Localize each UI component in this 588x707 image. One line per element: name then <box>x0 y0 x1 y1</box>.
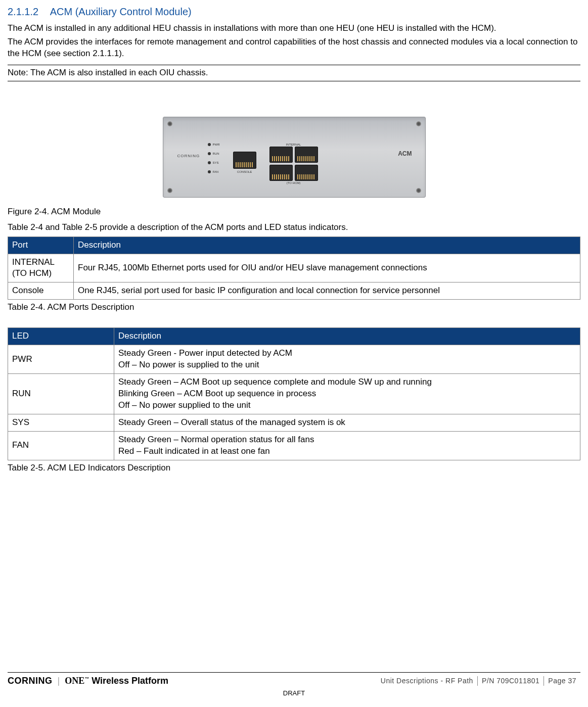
led-table-caption: Table 2-5. ACM LED Indicators Descriptio… <box>8 462 580 474</box>
ports-header-desc: Description <box>74 237 580 254</box>
led-table: LED Description PWR Steady Green - Power… <box>8 327 580 460</box>
device-console: CONSOLE <box>233 152 256 169</box>
paragraph-1: The ACM is installed in any additional H… <box>8 23 580 34</box>
figure-caption: Figure 2-4. ACM Module <box>8 206 580 218</box>
led-cell: SYS <box>8 414 114 431</box>
device-quad-ports: INTERNAL (TO HCM) <box>269 143 318 185</box>
ports-table: Port Description INTERNAL (TO HCM) Four … <box>8 237 580 300</box>
port-cell: Console <box>8 282 74 300</box>
device-acm-label: ACM <box>398 150 412 158</box>
led-cell: RUN <box>8 374 114 414</box>
inter-paragraph: Table 2-4 and Table 2-5 provide a descri… <box>8 222 580 233</box>
note-text: Note: The ACM is also installed in each … <box>8 68 208 77</box>
acm-figure: CORNING PWR RUN SYS FAN CONSOLE INTERNAL… <box>8 117 580 201</box>
section-heading: 2.1.1.2 ACM (Auxiliary Control Module) <box>8 5 580 19</box>
desc-cell: Steady Green – ACM Boot up sequence comp… <box>114 374 580 414</box>
table-row: RUN Steady Green – ACM Boot up sequence … <box>8 374 580 414</box>
desc-cell: One RJ45, serial port used for basic IP … <box>74 282 580 300</box>
section-title: ACM (Auxiliary Control Module) <box>50 6 192 17</box>
led-cell: PWR <box>8 345 114 374</box>
led-header-led: LED <box>8 328 114 345</box>
led-header-desc: Description <box>114 328 580 345</box>
ports-table-caption: Table 2-4. ACM Ports Description <box>8 302 580 313</box>
acm-device-image: CORNING PWR RUN SYS FAN CONSOLE INTERNAL… <box>163 117 426 198</box>
footer-section: Unit Descriptions - RF Path <box>377 676 477 686</box>
footer-draft: DRAFT <box>8 689 580 698</box>
ports-header-port: Port <box>8 237 74 254</box>
device-leds: PWR RUN SYS FAN <box>208 143 220 174</box>
page-footer: CORNING | ONE™ Wireless Platform Unit De… <box>8 672 580 698</box>
table-row: INTERNAL (TO HCM) Four RJ45, 100Mb Ether… <box>8 254 580 282</box>
desc-cell: Four RJ45, 100Mb Ethernet ports used for… <box>74 254 580 282</box>
desc-cell: Steady Green – Overall status of the man… <box>114 414 580 431</box>
table-row: SYS Steady Green – Overall status of the… <box>8 414 580 431</box>
footer-brand: CORNING | ONE™ Wireless Platform <box>8 675 168 687</box>
table-row: FAN Steady Green – Normal operation stat… <box>8 431 580 460</box>
paragraph-2: The ACM provides the interfaces for remo… <box>8 36 580 60</box>
footer-meta: Unit Descriptions - RF Path P/N 709C0118… <box>377 676 580 686</box>
desc-cell: Steady Green – Normal operation status f… <box>114 431 580 460</box>
desc-cell: Steady Green - Power input detected by A… <box>114 345 580 374</box>
section-number: 2.1.1.2 <box>8 5 38 19</box>
table-row: PWR Steady Green - Power input detected … <box>8 345 580 374</box>
port-cell: INTERNAL (TO HCM) <box>8 254 74 282</box>
note-block: Note: The ACM is also installed in each … <box>8 65 580 81</box>
footer-pn: P/N 709C011801 <box>477 676 544 686</box>
table-row: Console One RJ45, serial port used for b… <box>8 282 580 300</box>
device-brand: CORNING <box>177 154 200 159</box>
led-cell: FAN <box>8 431 114 460</box>
footer-page: Page 37 <box>544 676 580 686</box>
